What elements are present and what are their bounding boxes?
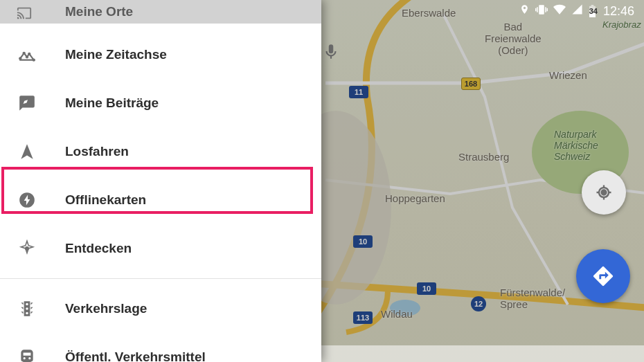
menu-item-label: Verkehrslage [65,301,147,316]
menu-item-traffic[interactable]: Verkehrslage [0,284,321,333]
drawer-header: Meine Orte [0,0,321,24]
status-clock: 12:46 [603,4,634,19]
menu-item-timeline[interactable]: Meine Zeitachse [0,30,321,79]
menu-divider [0,278,321,279]
location-icon [519,4,530,18]
wifi-icon [553,3,566,19]
svg-point-10 [26,247,28,250]
road-badge-a113: 113 [353,311,373,324]
menu-item-label: Entdecken [65,241,132,256]
svg-point-7 [28,53,30,55]
svg-point-6 [26,55,28,58]
place-wildau: Wildau [381,308,413,320]
svg-point-4 [19,57,21,60]
menu-item-label: Losfahren [65,144,129,159]
menu-item-offline-maps[interactable]: Offlinekarten [0,176,321,224]
menu-item-label: Meine Beiträge [65,96,159,111]
bolt-icon [18,191,65,209]
cast-icon[interactable] [17,6,32,24]
svg-point-13 [26,312,28,314]
svg-point-11 [26,303,28,305]
navigation-drawer: Meine Orte Meine Zeitachse Meine Beiträg… [0,0,321,362]
place-eberswalde: Eberswalde [402,7,456,19]
menu-item-contributions[interactable]: Meine Beiträge [0,79,321,127]
status-bar: 34 12:46 [519,0,644,22]
traffic-icon [18,300,65,318]
battery-icon: 34 [589,5,598,17]
timeline-icon [18,46,65,64]
battery-percent: 34 [589,7,598,15]
vibrate-icon [535,3,548,19]
directions-button[interactable] [576,249,630,303]
cell-signal-icon [571,3,583,19]
road-badge-a12: 12 [471,296,486,311]
menu-item-explore[interactable]: Entdecken [0,224,321,273]
menu-item-label: Öffentl. Verkehrsmittel [65,350,206,362]
voice-search-icon[interactable] [322,43,340,61]
menu-item-start-driving[interactable]: Losfahren [0,127,321,176]
navigation-arrow-icon [18,143,65,161]
drawer-title: Meine Orte [65,4,133,19]
compass-icon [18,239,65,257]
place-strausberg: Strausberg [458,151,509,163]
drawer-menu: Meine Zeitachse Meine Beiträge Losfahren… [0,24,321,362]
place-naturpark: Naturpark Märkische Schweiz [554,129,598,162]
svg-point-5 [23,52,26,55]
menu-item-label: Meine Zeitachse [65,47,167,62]
menu-item-label: Offlinekarten [65,192,146,208]
my-location-button[interactable] [582,170,626,215]
transit-icon [18,348,65,362]
place-wriezen: Wriezen [549,69,587,81]
menu-item-transit[interactable]: Öffentl. Verkehrsmittel [0,333,321,362]
road-badge-a11: 11 [349,86,368,98]
road-badge-b168: 168 [461,78,481,90]
road-badge-a10b: 10 [417,282,436,295]
svg-point-12 [26,307,28,309]
map-bottom-bar [321,345,644,362]
place-hoppegarten: Hoppegarten [385,192,445,204]
place-bad-freienwalde: Bad Freienwalde (Oder) [485,21,542,56]
road-badge-a10a: 10 [353,235,373,248]
svg-point-8 [33,58,35,61]
place-furstenwalde: Fürstenwalde/ Spree [500,287,565,310]
review-icon [18,94,65,112]
